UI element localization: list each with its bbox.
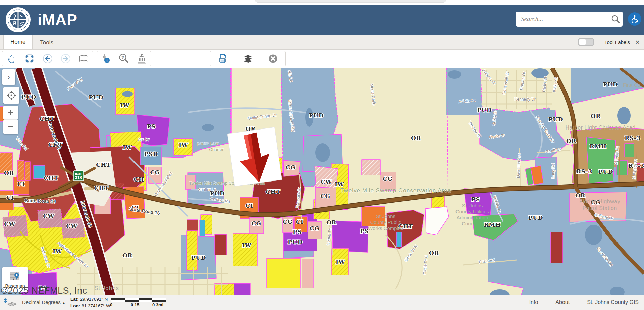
locate-me-button[interactable] [3,87,19,104]
zoning-label: IW [336,259,345,265]
search-icon [611,15,620,23]
zoning-label: PS [471,196,480,203]
zoom-in-button[interactable]: + [3,106,18,120]
map-container: EXIT 318 PUDPUDPUDPUDPUDPUDPUDPUDPUDPUDP… [0,68,644,310]
zoning-label: OR [411,135,421,141]
bookmarks-book-icon [78,53,89,64]
full-extent-button[interactable] [22,52,37,65]
zoning-label: CW [4,221,15,227]
search-box[interactable] [516,12,623,27]
layers-button[interactable] [240,52,255,65]
map-label: St. Johns [462,203,483,208]
scale-zero: 0 [110,302,112,307]
identify-button[interactable]: i [99,52,113,65]
coordinates-icon [3,297,18,308]
zoning-label: CG [383,175,392,182]
pan-tool-button[interactable] [4,52,19,65]
forward-arrow-icon [60,53,71,64]
map-toolbar: i ? [0,50,644,68]
clear-button[interactable] [266,52,280,65]
zoning-label: OR [566,138,576,144]
accessibility-button[interactable] [628,12,641,26]
map-label: County Public [370,219,401,225]
accessibility-wheelchair-icon [630,15,639,23]
search-input[interactable] [516,15,608,23]
info-link[interactable]: Info [529,299,538,305]
layers-icon [242,53,254,64]
zoning-label: PUD [548,116,563,123]
zoning-label: CHT [40,115,54,122]
units-dropdown[interactable]: Decimal Degrees ▲ [22,299,65,305]
map-label: Com [462,221,472,226]
zoning-label: PS [360,228,369,235]
close-icon[interactable]: ✕ [635,39,640,46]
query-magnifier-icon: ? [118,53,129,64]
zoning-label: PS [293,228,302,235]
tab-bar: Home Tools Tool Labels ✕ [0,35,644,50]
zoom-out-button[interactable]: − [3,120,18,134]
scale-bar: 0 0.15 0.3mi [111,298,166,307]
zoning-label: CG [286,164,296,171]
about-link[interactable]: About [555,299,570,305]
map-label: First Co [623,82,641,88]
government-services-button[interactable] [134,52,149,65]
navigation-tool-group [2,51,93,66]
zoning-label: CG [251,220,261,227]
output-tool-group [210,51,286,66]
map-label: Patrol Station [582,205,617,211]
zoning-label: PUD [191,254,206,261]
tool-labels-toggle[interactable] [578,38,594,46]
zoning-label: RMH [484,221,501,228]
map-label: Florida Highway [579,199,620,204]
print-button[interactable] [215,52,230,65]
exit-318-sign: EXIT 318 [73,171,84,181]
svg-text:EXIT: EXIT [75,172,82,175]
panel-expand-button[interactable]: › [2,69,15,85]
bookmarks-button[interactable] [76,52,91,65]
map-canvas[interactable]: EXIT 318 PUDPUDPUDPUDPUDPUDPUDPUDPUDPUDP… [0,68,644,310]
zoning-label: PUD [21,94,36,100]
zoning-label: IW [53,248,62,255]
print-icon [217,53,228,64]
red-arrow-annotation [227,127,282,186]
zoning-label: CW [66,223,77,229]
tab-home[interactable]: Home [3,35,33,49]
zoning-label: RS-3 [576,168,592,175]
zoning-label: IW [179,142,188,148]
zoning-label: CG [150,169,160,176]
search-button[interactable] [608,12,623,27]
query-button[interactable]: ? [116,52,131,65]
zoning-label: CI [296,218,303,225]
zoning-label: IW [120,102,129,109]
status-bar: Decimal Degrees ▲ Lat: 29.917691° N Lon:… [0,295,644,310]
zoning-label: IW [335,181,344,188]
zoning-label: OR [591,113,601,119]
zoning-label: OR [4,170,14,176]
zoning-label: RMH [590,143,607,150]
zoning-label: CH [134,176,144,183]
sjc-gis-link[interactable]: St. Johns County GIS [587,299,639,305]
zoning-label: PUD [598,168,613,175]
zoning-label: PUD [477,107,492,113]
zoning-label: OR [326,219,336,226]
zoning-label: CG [310,225,319,232]
tab-tools[interactable]: Tools [33,36,61,49]
zoning-label: RS-3 [625,135,641,141]
forward-button[interactable] [58,52,73,65]
zoning-label: PSD [144,151,158,157]
map-label: County Utilities [455,209,489,214]
zoning-label: PS [147,123,156,130]
identify-crosshair-icon: i [100,53,112,64]
identify-tool-group: i ? [97,51,151,66]
back-button[interactable] [40,52,55,65]
map-label: Long Rd [550,163,556,179]
clear-x-icon [267,53,279,64]
map-label: Charter [209,147,224,152]
scale-end: 0.3mi [152,302,163,307]
zoning-label: OR [122,252,132,259]
zoning-label: CW [321,178,332,185]
map-label: Kennedy Dr [514,97,535,102]
zoning-label: IW [242,242,251,249]
back-arrow-icon [42,53,53,64]
top-strip [0,0,644,5]
